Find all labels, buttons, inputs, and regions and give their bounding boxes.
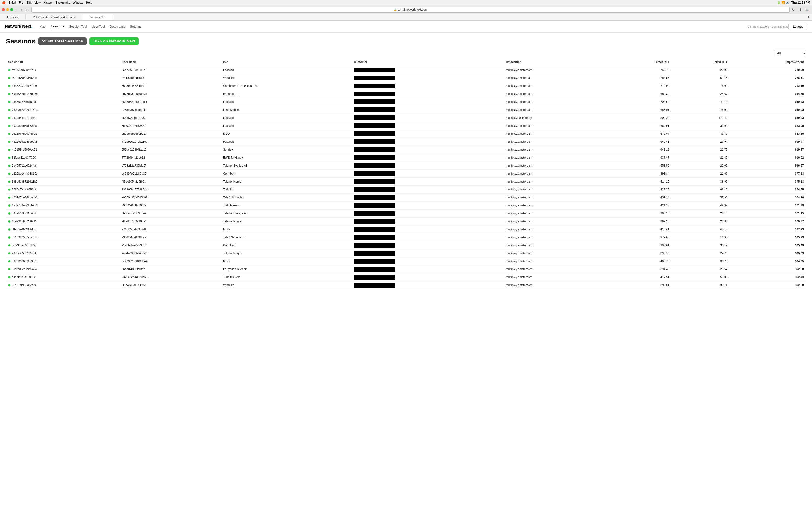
table-row[interactable]: 1eda779e009bb9b6 b9462e051b6f9f05 Turk T… [6, 202, 806, 210]
table-row[interactable]: 48a2999ae8d590a8 779e950ae79ba8ee Fastwe… [6, 138, 806, 146]
nav-sessions[interactable]: Sessions [51, 23, 64, 30]
status-dot [8, 268, 10, 270]
status-dot [8, 196, 10, 199]
table-row[interactable]: 4c0153cb5676cc72 257dc012394faa16 Sunris… [6, 146, 806, 154]
cell-user-hash: a3c62af7a0398bc2 [119, 233, 221, 241]
customer-redacted [354, 171, 395, 176]
maximize-button[interactable] [10, 8, 13, 11]
cell-direct-rtt: 784.86 [607, 74, 672, 82]
cell-datacenter: multiplay.amsterdam [503, 90, 607, 98]
cell-isp: Wind Tre [221, 74, 351, 82]
table-row[interactable]: d9703666e98a9e7c ae29902b8043d844 MEO mu… [6, 258, 806, 265]
cell-direct-rtt: 398.84 [607, 170, 672, 178]
menu-safari[interactable]: Safari [8, 1, 16, 4]
cell-customer [351, 130, 503, 138]
cell-next-rtt: 26.33 [672, 218, 730, 225]
table-row[interactable]: 0815ab78b93f8e0a 8ade8feb8659b937 MEO mu… [6, 130, 806, 138]
nav-downloads[interactable]: Downloads [110, 24, 125, 29]
apple-icon[interactable]: 🍎 [2, 1, 6, 4]
cell-improvement: 365.73 [730, 233, 806, 241]
table-row[interactable]: 051ac5e82191cff4 0f0dc72c4a87f333 Fastwe… [6, 114, 806, 122]
cell-datacenter: multiplay.amsterdam [503, 218, 607, 225]
customer-redacted [354, 123, 395, 128]
cell-direct-rtt: 686.01 [607, 106, 672, 114]
status-dot [8, 85, 10, 87]
menu-window[interactable]: Window [73, 1, 83, 4]
cell-customer [351, 193, 503, 202]
sidebar-toggle-button[interactable]: ⊞ [24, 7, 30, 12]
table-row[interactable]: 75043b72025d752e c263b0d7fe3da043 Elisa … [6, 106, 806, 114]
status-dot [8, 149, 10, 151]
table-row[interactable]: 5b495712c07244a4 e723a32a730bfa6f Teleno… [6, 162, 806, 170]
nav-links: Map Sessions Session Tool User Tool Down… [40, 23, 748, 30]
table-row[interactable]: d225be144a08810e dc0397e9f2c80a30 Com He… [6, 170, 806, 178]
new-tab-button[interactable]: + [805, 15, 812, 19]
cell-session-id: 11e9321f952c6212 [6, 218, 119, 225]
tab-network-next[interactable]: Network Next [83, 14, 114, 20]
url-bar[interactable]: 🔒 portal.networknext.com [32, 7, 790, 12]
cell-improvement: 367.23 [730, 225, 806, 233]
back-button[interactable]: ‹ [15, 7, 18, 12]
table-row[interactable]: d4c7fc9e2f10885c 2370e0eb1d020e58 Turk T… [6, 273, 806, 281]
logout-button[interactable]: Logout [788, 23, 807, 30]
menu-history[interactable]: History [44, 1, 52, 4]
cell-datacenter: multiplay.amsterdam [503, 178, 607, 186]
close-button[interactable] [2, 8, 5, 11]
menu-help[interactable]: Help [86, 1, 92, 4]
table-row[interactable]: 426967be646bada6 e0569d95d6635462 Tele2 … [6, 193, 806, 202]
table-row[interactable]: f67eb5585336a2ae f7a1ff9f062bc815 Wind T… [6, 74, 806, 82]
table-row[interactable]: 20d5c27227f01a78 7c244830eb04a6e2 Teleno… [6, 249, 806, 258]
table-row[interactable]: 38869c2f5d848aa8 06b60521c51791e1 Fastwe… [6, 98, 806, 106]
forward-button[interactable]: › [20, 7, 23, 12]
minimize-button[interactable] [6, 8, 9, 11]
table-row[interactable]: 10dfbd6ee79d543a 0bda0f4883fa0fbb Bouygu… [6, 265, 806, 273]
table-row[interactable]: 398b5c487236a1b6 fd5de9054219f693 Teleno… [6, 178, 806, 186]
reading-list-button[interactable]: 📖 [804, 7, 810, 12]
customer-redacted [354, 68, 395, 72]
cell-user-hash: 3a63e9bd5722854a [119, 186, 221, 193]
cell-direct-rtt: 395.61 [607, 241, 672, 249]
cell-user-hash: 06b60521c51791e1 [119, 98, 221, 106]
tab-favorites[interactable]: Favorites [0, 14, 26, 20]
cell-improvement: 619.47 [730, 138, 806, 146]
table-row[interactable]: 01e51f4908a2ca7e 0f1c41c0ac5e1268 Wind T… [6, 281, 806, 289]
nav-user-tool[interactable]: User Tool [92, 24, 105, 29]
status-dot [8, 165, 10, 167]
table-row[interactable]: 41189275d7e54058 a3c62af7a0398bc2 Tele2 … [6, 233, 806, 241]
nav-map[interactable]: Map [40, 24, 46, 29]
app-navbar: Network Next. Map Sessions Session Tool … [0, 20, 812, 33]
nav-session-tool[interactable]: Session Tool [69, 24, 87, 29]
customer-redacted [354, 211, 395, 216]
table-header: Session ID User Hash ISP Customer Datace… [6, 58, 806, 66]
cell-next-rtt: 30.71 [672, 281, 730, 289]
col-improvement: Improvement [730, 58, 806, 66]
cell-next-rtt: 58.75 [672, 74, 730, 82]
cell-improvement: 365.39 [730, 249, 806, 258]
refresh-button[interactable]: ↻ [791, 7, 796, 12]
table-row[interactable]: fca065ad7d271a6a 3cd70f610eb18372 Fastwe… [6, 66, 806, 74]
menu-bookmarks[interactable]: Bookmarks [56, 1, 70, 4]
share-button[interactable]: ⬆ [798, 7, 803, 12]
table-row[interactable]: 11e9321f952c6212 7f82851139e108e1 Teleno… [6, 218, 806, 225]
table-row[interactable]: 5766cf64ee6650ae 3a63e9bd5722854a TurkNe… [6, 186, 806, 193]
table-row[interactable]: 892a89bb5afe082a 5cb032792c30627f Fastwe… [6, 122, 806, 130]
cell-session-id: ccfa36be554ccb50 [6, 241, 119, 249]
table-row[interactable]: 82fadc32bd3f7300 77ff2b4f4421b612 EWE-Te… [6, 154, 806, 162]
menu-edit[interactable]: Edit [27, 1, 32, 4]
table-row[interactable]: 497ab38fbf265e52 bb8cecda120f53e9 Teleno… [6, 210, 806, 218]
filter-select[interactable]: All Network Next Direct [774, 50, 806, 56]
cell-improvement: 374.18 [730, 193, 806, 202]
customer-redacted [354, 275, 395, 280]
cell-customer [351, 241, 503, 249]
cell-isp: Fastweb [221, 114, 351, 122]
table-row[interactable]: ccfa36be554ccb50 e1a6b6fae0a73dbf Com He… [6, 241, 806, 249]
table-row[interactable]: 49d7042b0145d956 bd77d4333579cc2b Bahnho… [6, 90, 806, 98]
menu-view[interactable]: View [34, 1, 41, 4]
cell-isp: Elisa Mobile [221, 106, 351, 114]
table-row[interactable]: f1b87aa8a4f91dd8 771cf65deb43c2d1 MEO mu… [6, 225, 806, 233]
nav-settings[interactable]: Settings [130, 24, 141, 29]
menu-file[interactable]: File [19, 1, 23, 4]
cell-direct-rtt: 672.07 [607, 130, 672, 138]
tab-pull-requests[interactable]: Pull requests · networknext/backend [26, 14, 83, 20]
table-row[interactable]: 86a52307bb9670f0 5ad5e84552cfdbf7 Cambri… [6, 82, 806, 90]
